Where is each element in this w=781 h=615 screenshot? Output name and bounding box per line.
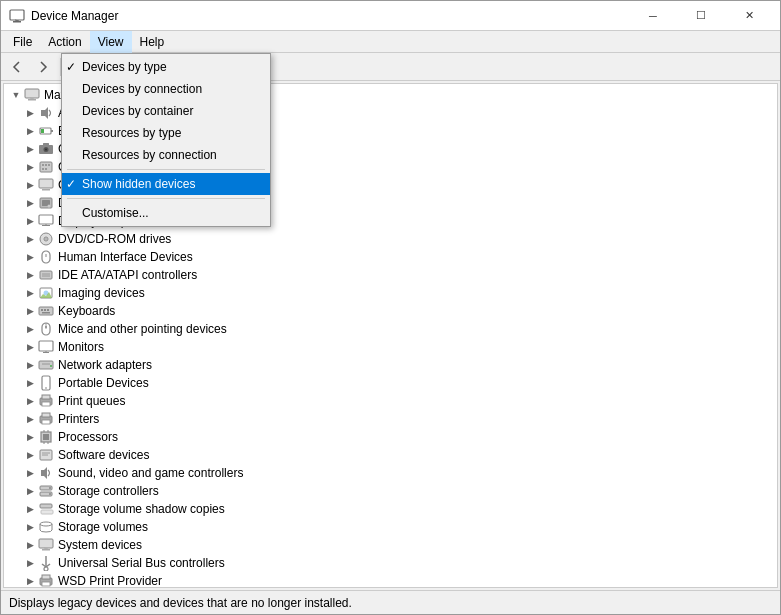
disk-toggle[interactable]: ▶ (22, 195, 38, 211)
svg-rect-47 (41, 309, 43, 311)
imaging-toggle[interactable]: ▶ (22, 285, 38, 301)
tree-item-storage-ctrl[interactable]: ▶ Storage controllers (6, 482, 775, 500)
wsd-icon (38, 573, 54, 588)
dvd-label: DVD/CD-ROM drives (58, 232, 171, 246)
svg-rect-10 (25, 89, 39, 98)
storage-shadow-toggle[interactable]: ▶ (22, 501, 38, 517)
tree-item-sound[interactable]: ▶ Sound, video and game controllers (6, 464, 775, 482)
tree-item-processors[interactable]: ▶ Processors (6, 428, 775, 446)
computer-toggle[interactable]: ▶ (22, 177, 38, 193)
tree-item-portable[interactable]: ▶ Portable Devices (6, 374, 775, 392)
com-toggle[interactable]: ▶ (22, 159, 38, 175)
dropdown-customise[interactable]: Customise... (62, 202, 270, 224)
tree-item-storage-shadow[interactable]: ▶ Storage volume shadow copies (6, 500, 775, 518)
cameras-toggle[interactable]: ▶ (22, 141, 38, 157)
svg-rect-64 (42, 402, 50, 406)
tree-item-hid[interactable]: ▶ Human Interface Devices (6, 248, 775, 266)
system-toggle[interactable]: ▶ (22, 537, 38, 553)
maximize-button[interactable]: ☐ (678, 1, 724, 31)
tree-item-monitors[interactable]: ▶ Monitors (6, 338, 775, 356)
dropdown-show-hidden-devices[interactable]: ✓ Show hidden devices (62, 173, 270, 195)
print-queues-label: Print queues (58, 394, 125, 408)
keyboards-toggle[interactable]: ▶ (22, 303, 38, 319)
portable-toggle[interactable]: ▶ (22, 375, 38, 391)
svg-rect-48 (44, 309, 46, 311)
tree-item-print-queues[interactable]: ▶ Print queues (6, 392, 775, 410)
dropdown-separator-1 (67, 169, 265, 170)
dropdown-devices-by-connection[interactable]: Devices by connection (62, 78, 270, 100)
tree-item-system[interactable]: ▶ System devices (6, 536, 775, 554)
status-bar: Displays legacy devices and devices that… (1, 590, 780, 614)
dropdown-devices-by-container[interactable]: Devices by container (62, 100, 270, 122)
portable-label: Portable Devices (58, 376, 149, 390)
tree-item-software[interactable]: ▶ Software devices (6, 446, 775, 464)
tree-item-keyboards[interactable]: ▶ Keyboards (6, 302, 775, 320)
network-toggle[interactable]: ▶ (22, 357, 38, 373)
dropdown-resources-by-connection[interactable]: Resources by connection (62, 144, 270, 166)
print-queues-icon (38, 393, 54, 409)
network-icon (38, 357, 54, 373)
usb-toggle[interactable]: ▶ (22, 555, 38, 571)
dropdown-resources-by-type[interactable]: Resources by type (62, 122, 270, 144)
dvd-toggle[interactable]: ▶ (22, 231, 38, 247)
status-text: Displays legacy devices and devices that… (9, 596, 352, 610)
keyboards-icon (38, 303, 54, 319)
ide-icon (38, 267, 54, 283)
tree-item-network[interactable]: ▶ Network adapters (6, 356, 775, 374)
hid-label: Human Interface Devices (58, 250, 193, 264)
print-queues-toggle[interactable]: ▶ (22, 393, 38, 409)
wsd-label: WSD Print Provider (58, 574, 162, 588)
audio-toggle[interactable]: ▶ (22, 105, 38, 121)
cameras-icon (38, 141, 54, 157)
sound-label: Sound, video and game controllers (58, 466, 243, 480)
svg-rect-28 (42, 189, 50, 191)
minimize-button[interactable]: ─ (630, 1, 676, 31)
menu-help[interactable]: Help (132, 31, 173, 53)
tree-item-wsd[interactable]: ▶ WSD Print Provider (6, 572, 775, 588)
svg-point-24 (48, 164, 50, 166)
processors-toggle[interactable]: ▶ (22, 429, 38, 445)
tree-item-mice[interactable]: ▶ Mice and other pointing devices (6, 320, 775, 338)
tree-item-ide[interactable]: ▶ IDE ATA/ATAPI controllers (6, 266, 775, 284)
close-button[interactable]: ✕ (726, 1, 772, 31)
wsd-toggle[interactable]: ▶ (22, 573, 38, 588)
storage-ctrl-toggle[interactable]: ▶ (22, 483, 38, 499)
ide-toggle[interactable]: ▶ (22, 267, 38, 283)
imaging-label: Imaging devices (58, 286, 145, 300)
device-manager-window: Device Manager ─ ☐ ✕ File Action View He… (0, 0, 781, 615)
tree-item-printers[interactable]: ▶ Printers (6, 410, 775, 428)
printers-toggle[interactable]: ▶ (22, 411, 38, 427)
svg-point-80 (49, 487, 51, 489)
batteries-toggle[interactable]: ▶ (22, 123, 38, 139)
mice-toggle[interactable]: ▶ (22, 321, 38, 337)
svg-rect-27 (39, 179, 53, 188)
svg-point-81 (49, 493, 51, 495)
sound-toggle[interactable]: ▶ (22, 465, 38, 481)
svg-point-37 (45, 238, 47, 240)
storage-vol-toggle[interactable]: ▶ (22, 519, 38, 535)
software-toggle[interactable]: ▶ (22, 447, 38, 463)
svg-rect-16 (41, 129, 44, 133)
monitors-toggle[interactable]: ▶ (22, 339, 38, 355)
svg-point-31 (48, 205, 51, 208)
svg-rect-57 (39, 361, 53, 369)
svg-point-84 (40, 522, 52, 526)
dropdown-devices-by-type[interactable]: ✓ Devices by type (62, 56, 270, 78)
tree-item-dvd[interactable]: ▶ DVD/CD-ROM drives (6, 230, 775, 248)
menu-view[interactable]: View (90, 31, 132, 53)
svg-point-53 (45, 326, 47, 328)
toolbar-forward[interactable] (31, 55, 55, 79)
svg-marker-13 (41, 107, 48, 119)
tree-item-usb[interactable]: ▶ Universal Serial Bus controllers (6, 554, 775, 572)
tree-item-storage-vol[interactable]: ▶ Storage volumes (6, 518, 775, 536)
svg-rect-94 (42, 582, 50, 586)
tree-item-imaging[interactable]: ▶ Imaging devices (6, 284, 775, 302)
menu-action[interactable]: Action (40, 31, 89, 53)
root-toggle[interactable]: ▼ (8, 87, 24, 103)
display-toggle[interactable]: ▶ (22, 213, 38, 229)
check-show-hidden: ✓ (66, 177, 76, 191)
svg-rect-50 (42, 312, 50, 314)
hid-toggle[interactable]: ▶ (22, 249, 38, 265)
toolbar-back[interactable] (5, 55, 29, 79)
menu-file[interactable]: File (5, 31, 40, 53)
